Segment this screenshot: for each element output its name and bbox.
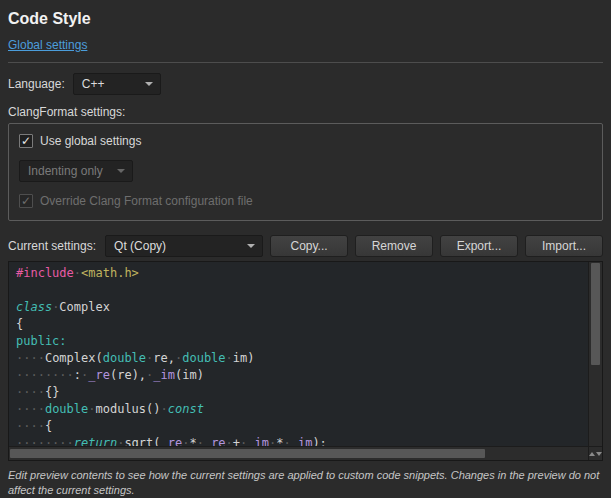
override-clang-format-label: Override Clang Format configuration file — [40, 194, 253, 208]
separator — [8, 62, 603, 63]
language-select[interactable]: C++ — [73, 73, 161, 95]
formatting-mode-select: Indenting only — [19, 160, 133, 182]
global-settings-link[interactable]: Global settings — [8, 38, 87, 52]
checkbox-box-icon — [19, 194, 33, 208]
remove-button[interactable]: Remove — [355, 235, 433, 257]
language-select-value: C++ — [82, 77, 105, 91]
page-title: Code Style — [8, 10, 603, 28]
chevron-down-icon — [145, 82, 153, 86]
checkbox-box-icon — [19, 134, 33, 148]
vertical-scrollbar[interactable] — [588, 262, 602, 446]
use-global-settings-label: Use global settings — [40, 134, 141, 148]
use-global-settings-checkbox[interactable]: Use global settings — [19, 134, 592, 148]
vertical-scrollbar-thumb[interactable] — [591, 263, 600, 365]
code-style-settings-page: Code Style Global settings Language: C++… — [0, 0, 611, 498]
code-editor-content[interactable]: #include·<math.h> class·Complex{public:·… — [9, 262, 588, 446]
scrollbar-corner — [588, 446, 602, 460]
chevron-down-icon — [247, 244, 255, 248]
scroll-up-icon — [589, 452, 595, 456]
clangformat-groupbox: Use global settings Indenting only Overr… — [8, 123, 603, 221]
chevron-down-icon — [117, 169, 125, 173]
import-button[interactable]: Import... — [525, 235, 603, 257]
override-clang-format-checkbox: Override Clang Format configuration file — [19, 194, 592, 208]
language-label: Language: — [8, 77, 65, 91]
footer-note: Edit preview contents to see how the cur… — [8, 468, 603, 498]
language-row: Language: C++ — [8, 73, 603, 95]
export-button[interactable]: Export... — [440, 235, 518, 257]
current-settings-label: Current settings: — [8, 239, 96, 253]
code-preview-editor[interactable]: #include·<math.h> class·Complex{public:·… — [8, 261, 603, 461]
copy-button[interactable]: Copy... — [270, 235, 348, 257]
clangformat-settings-label: ClangFormat settings: — [8, 105, 603, 119]
current-settings-row: Current settings: Qt (Copy) Copy... Remo… — [8, 235, 603, 257]
current-settings-value: Qt (Copy) — [114, 239, 166, 253]
scroll-down-icon — [596, 452, 602, 456]
current-settings-select[interactable]: Qt (Copy) — [105, 235, 263, 257]
horizontal-scrollbar-thumb[interactable] — [10, 449, 485, 458]
formatting-mode-value: Indenting only — [28, 164, 103, 178]
horizontal-scrollbar[interactable] — [9, 446, 588, 460]
